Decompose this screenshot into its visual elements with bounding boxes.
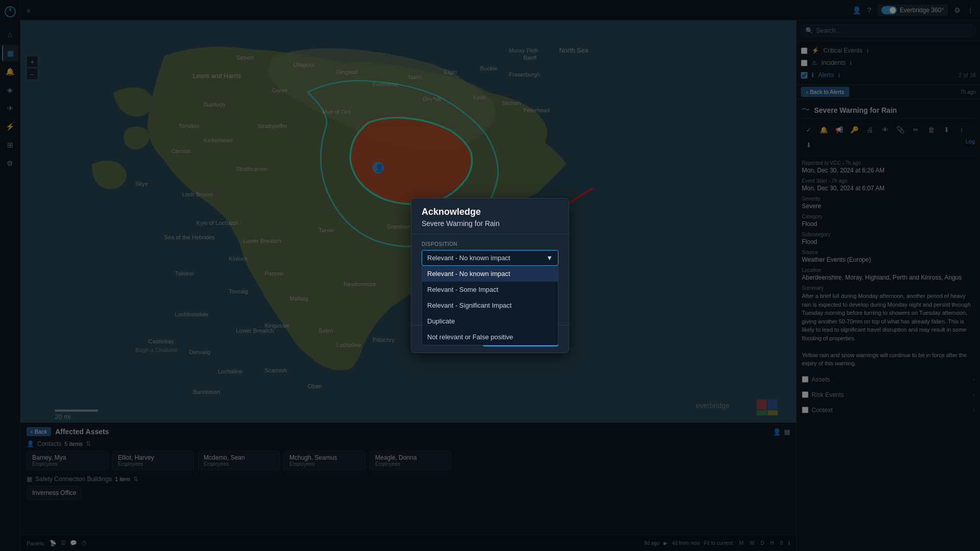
option-duplicate[interactable]: Duplicate [422,313,558,329]
option-not-relevant[interactable]: Not relevant or False positive [422,329,558,345]
modal-subtitle: Severe Warning for Rain [422,219,558,228]
dropdown-selected[interactable]: Relevant - No known impact ▼ [422,250,558,266]
modal-body: DISPOSITION Relevant - No known impact ▼… [411,234,569,325]
option-relevant-significant[interactable]: Relevant - Significant Impact [422,297,558,313]
option-relevant-some-impact[interactable]: Relevant - Some Impact [422,282,558,297]
dropdown-options: Relevant - No known impact Relevant - So… [422,266,558,345]
selected-option-text: Relevant - No known impact [427,254,510,262]
modal-overlay[interactable]: Acknowledge Severe Warning for Rain DISP… [0,0,980,551]
acknowledge-modal: Acknowledge Severe Warning for Rain DISP… [411,198,569,354]
modal-title: Acknowledge [422,207,558,217]
option-relevant-no-impact[interactable]: Relevant - No known impact [422,266,558,282]
disposition-dropdown[interactable]: Relevant - No known impact ▼ Relevant - … [422,250,558,266]
disposition-label: DISPOSITION [422,241,558,247]
modal-header: Acknowledge Severe Warning for Rain [411,198,569,234]
dropdown-chevron-icon: ▼ [546,254,553,262]
